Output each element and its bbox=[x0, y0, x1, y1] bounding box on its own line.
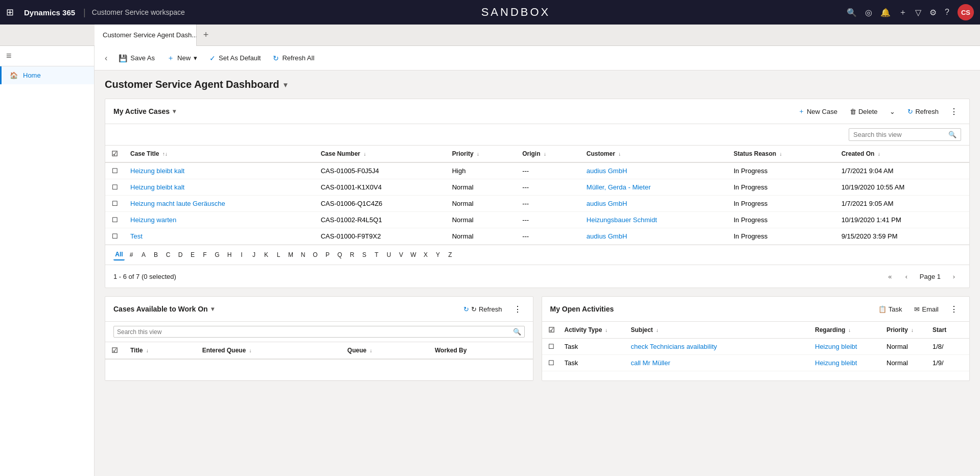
cases-available-check-col[interactable]: ☑ bbox=[105, 342, 124, 359]
priority-sort[interactable]: ↓ bbox=[911, 327, 914, 333]
customer-link[interactable]: Müller, Gerda - Mieter bbox=[587, 183, 651, 191]
alpha-filter-btn[interactable]: C bbox=[162, 249, 174, 260]
page-title-chevron[interactable]: ▾ bbox=[284, 81, 287, 89]
entered-queue-col-header[interactable]: Entered Queue ↓ bbox=[196, 342, 341, 359]
alpha-filter-btn[interactable]: P bbox=[322, 249, 333, 260]
alpha-filter-btn[interactable]: K bbox=[261, 249, 272, 260]
priority-header[interactable]: Priority ↓ bbox=[446, 146, 516, 162]
set-as-default-button[interactable]: ✓ Set As Default bbox=[204, 51, 266, 65]
alpha-filter-btn[interactable]: G bbox=[212, 249, 223, 260]
tab-add-button[interactable]: + bbox=[197, 25, 215, 46]
case-title-sort[interactable]: ↑↓ bbox=[162, 151, 168, 157]
origin-header[interactable]: Origin ↓ bbox=[516, 146, 580, 162]
new-dropdown-icon[interactable]: ▾ bbox=[194, 54, 197, 62]
tab-customer-service-dashboard[interactable]: Customer Service Agent Dash... bbox=[95, 25, 197, 46]
sidebar-toggle-button[interactable]: ≡ bbox=[0, 46, 94, 66]
new-case-button[interactable]: ＋ New Case bbox=[794, 105, 842, 118]
subject-col-header[interactable]: Subject ↓ bbox=[631, 326, 815, 334]
help-icon[interactable]: ? bbox=[945, 8, 949, 17]
row-checkbox-cell[interactable]: ☐ bbox=[105, 228, 124, 245]
activity-checkbox[interactable]: ☐ bbox=[548, 343, 554, 350]
cases-available-chevron[interactable]: ▾ bbox=[211, 305, 214, 313]
alpha-filter-btn[interactable]: O bbox=[310, 249, 321, 260]
alpha-filter-btn[interactable]: V bbox=[395, 249, 407, 260]
alpha-filter-btn[interactable]: X bbox=[420, 249, 431, 260]
customer-link[interactable]: Heizungsbauer Schmidt bbox=[587, 216, 657, 224]
origin-sort[interactable]: ↓ bbox=[544, 151, 546, 157]
activities-check-col[interactable]: ☑ bbox=[548, 326, 565, 334]
refresh-all-button[interactable]: ↻ Refresh All bbox=[268, 51, 319, 65]
created-on-sort[interactable]: ↓ bbox=[878, 151, 880, 157]
search-nav-icon[interactable]: 🔍 bbox=[847, 8, 857, 17]
alpha-filter-btn[interactable]: M bbox=[285, 249, 296, 260]
activities-more-menu[interactable]: ⋮ bbox=[947, 302, 961, 316]
customer-link[interactable]: audius GmbH bbox=[587, 167, 627, 175]
cases-search-input[interactable] bbox=[853, 131, 945, 138]
alpha-filter-btn[interactable]: F bbox=[199, 249, 211, 260]
regarding-col-header[interactable]: Regarding ↓ bbox=[815, 326, 886, 334]
alpha-filter-btn[interactable]: Q bbox=[334, 249, 345, 260]
start-col-header[interactable]: Start bbox=[932, 326, 963, 334]
email-button[interactable]: ✉ Email bbox=[910, 303, 943, 315]
page-prev-button[interactable]: ‹ bbox=[899, 269, 914, 283]
row-checkbox[interactable]: ☐ bbox=[112, 216, 118, 224]
subject-sort[interactable]: ↓ bbox=[656, 327, 659, 333]
task-button[interactable]: 📋 Task bbox=[874, 303, 906, 315]
user-avatar[interactable]: CS bbox=[958, 4, 974, 20]
alpha-filter-btn[interactable]: U bbox=[383, 249, 394, 260]
select-all-checkbox[interactable]: ☑ bbox=[111, 150, 118, 158]
cases-available-more[interactable]: ⋮ bbox=[510, 302, 525, 316]
refresh-available-button[interactable]: ↻ ↻ Refresh bbox=[459, 303, 506, 315]
status-reason-sort[interactable]: ↓ bbox=[779, 151, 782, 157]
alpha-filter-btn[interactable]: E bbox=[187, 249, 198, 260]
row-checkbox[interactable]: ☐ bbox=[112, 232, 118, 240]
queue-sort[interactable]: ↓ bbox=[370, 348, 372, 353]
row-checkbox-cell[interactable]: ☐ bbox=[105, 179, 124, 196]
waffle-icon[interactable]: ⊞ bbox=[6, 7, 14, 18]
more-options-button[interactable]: ⌄ bbox=[885, 106, 899, 117]
case-title-link[interactable]: Heizung warten bbox=[130, 216, 176, 224]
alpha-filter-btn[interactable]: All bbox=[113, 249, 125, 260]
queue-col-header[interactable]: Queue ↓ bbox=[341, 342, 429, 359]
activity-checkbox[interactable]: ☐ bbox=[548, 359, 554, 367]
cases-available-select-all[interactable]: ☑ bbox=[111, 346, 118, 354]
alpha-filter-btn[interactable]: J bbox=[248, 249, 260, 260]
activity-type-col-header[interactable]: Activity Type ↓ bbox=[565, 326, 631, 334]
title-sort[interactable]: ↓ bbox=[146, 348, 149, 353]
activities-select-all[interactable]: ☑ bbox=[548, 326, 555, 334]
alpha-filter-btn[interactable]: Y bbox=[432, 249, 444, 260]
priority-sort[interactable]: ↓ bbox=[477, 151, 479, 157]
worked-by-col-header[interactable]: Worked By bbox=[429, 342, 533, 359]
alpha-filter-btn[interactable]: # bbox=[126, 249, 137, 260]
activities-icon[interactable]: ◎ bbox=[865, 8, 872, 17]
alpha-filter-btn[interactable]: R bbox=[346, 249, 358, 260]
alpha-filter-btn[interactable]: B bbox=[150, 249, 161, 260]
page-first-button[interactable]: « bbox=[883, 269, 897, 283]
entered-queue-sort[interactable]: ↓ bbox=[249, 348, 251, 353]
sidebar-item-home[interactable]: 🏠 Home bbox=[0, 66, 94, 84]
row-checkbox[interactable]: ☐ bbox=[112, 167, 118, 175]
activity-subject-link[interactable]: check Technicians availability bbox=[631, 343, 717, 350]
alpha-filter-btn[interactable]: S bbox=[359, 249, 370, 260]
notification-icon[interactable]: 🔔 bbox=[880, 8, 891, 17]
case-title-link[interactable]: Heizung bleibt kalt bbox=[130, 167, 184, 175]
regarding-sort[interactable]: ↓ bbox=[848, 327, 851, 333]
alpha-filter-btn[interactable]: D bbox=[175, 249, 186, 260]
back-button[interactable]: ‹ bbox=[101, 52, 111, 65]
cases-available-search-input[interactable] bbox=[117, 328, 511, 336]
priority-col-header[interactable]: Priority ↓ bbox=[886, 326, 932, 334]
case-title-link[interactable]: Heizung macht laute Geräusche bbox=[130, 200, 225, 207]
customer-link[interactable]: audius GmbH bbox=[587, 232, 627, 240]
case-title-link[interactable]: Test bbox=[130, 232, 143, 240]
new-button[interactable]: ＋ New ▾ bbox=[162, 51, 202, 66]
row-checkbox[interactable]: ☐ bbox=[112, 183, 118, 191]
alpha-filter-btn[interactable]: L bbox=[273, 249, 284, 260]
title-col-header[interactable]: Title ↓ bbox=[124, 342, 196, 359]
customer-sort[interactable]: ↓ bbox=[618, 151, 621, 157]
created-on-header[interactable]: Created On ↓ bbox=[835, 146, 969, 162]
cases-more-menu[interactable]: ⋮ bbox=[947, 104, 961, 118]
filter-icon[interactable]: ▽ bbox=[915, 8, 921, 17]
customer-header[interactable]: Customer ↓ bbox=[580, 146, 728, 162]
alpha-filter-btn[interactable]: A bbox=[138, 249, 149, 260]
case-title-header[interactable]: Case Title ↑↓ bbox=[124, 146, 315, 162]
